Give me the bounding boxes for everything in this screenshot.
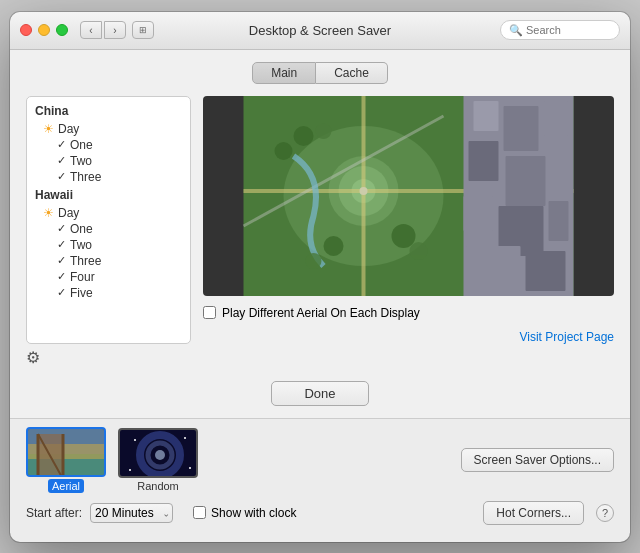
start-after-dropdown-wrapper: 20 Minutes 1 Minute 2 Minutes 5 Minutes … bbox=[90, 503, 173, 523]
checkmark-icon: ✓ bbox=[57, 154, 66, 167]
svg-point-37 bbox=[155, 450, 165, 460]
maximize-button[interactable] bbox=[56, 24, 68, 36]
screen-saver-options-button[interactable]: Screen Saver Options... bbox=[461, 448, 614, 472]
nav-buttons: ‹ › bbox=[80, 21, 126, 39]
svg-point-20 bbox=[294, 126, 314, 146]
minimize-button[interactable] bbox=[38, 24, 50, 36]
play-different-checkbox[interactable] bbox=[203, 306, 216, 319]
svg-rect-17 bbox=[466, 246, 521, 291]
show-clock-row: Show with clock bbox=[193, 506, 296, 520]
list-item[interactable]: ✓ Three bbox=[27, 169, 190, 185]
gear-row: ⚙ bbox=[26, 344, 614, 371]
checkmark-icon: ✓ bbox=[57, 222, 66, 235]
list-item[interactable]: ✓ Two bbox=[27, 153, 190, 169]
svg-rect-12 bbox=[469, 141, 499, 181]
dialog-sheet: Main Cache China ☀ Day ✓ One bbox=[10, 50, 630, 418]
checkmark-icon: ✓ bbox=[57, 270, 66, 283]
sheet-inner: Main Cache China ☀ Day ✓ One bbox=[10, 50, 630, 371]
checkmark-icon: ✓ bbox=[57, 286, 66, 299]
start-after-label: Start after: bbox=[26, 506, 82, 520]
tree-panel[interactable]: China ☀ Day ✓ One ✓ Two ✓ bbox=[26, 96, 191, 344]
hawaii-day-category: ☀ Day bbox=[27, 205, 190, 221]
done-button[interactable]: Done bbox=[271, 381, 368, 406]
ss-random-container: Random bbox=[118, 428, 198, 492]
list-item[interactable]: ✓ Four bbox=[27, 269, 190, 285]
hot-corners-button[interactable]: Hot Corners... bbox=[483, 501, 584, 525]
list-item[interactable]: ✓ One bbox=[27, 221, 190, 237]
aerial-preview bbox=[203, 96, 614, 296]
list-item[interactable]: ✓ Five bbox=[27, 285, 190, 301]
ss-aerial-thumb[interactable] bbox=[26, 427, 106, 477]
controls-row: Start after: 20 Minutes 1 Minute 2 Minut… bbox=[26, 501, 614, 525]
ss-aerial-label: Aerial bbox=[48, 479, 84, 493]
search-input[interactable] bbox=[526, 24, 616, 36]
play-different-option: Play Different Aerial On Each Display bbox=[203, 306, 614, 320]
title-bar: ‹ › ⊞ Desktop & Screen Saver 🔍 bbox=[10, 12, 630, 50]
china-group-label: China bbox=[27, 101, 190, 121]
forward-button[interactable]: › bbox=[104, 21, 126, 39]
show-clock-checkbox[interactable] bbox=[193, 506, 206, 519]
window-title: Desktop & Screen Saver bbox=[249, 23, 391, 38]
svg-rect-13 bbox=[506, 156, 546, 206]
svg-rect-10 bbox=[504, 106, 539, 151]
svg-point-41 bbox=[129, 469, 131, 471]
svg-point-23 bbox=[392, 224, 416, 248]
close-button[interactable] bbox=[20, 24, 32, 36]
ss-aerial-container: Aerial bbox=[26, 427, 106, 493]
ss-random-thumb[interactable] bbox=[118, 428, 198, 478]
visit-project-link[interactable]: Visit Project Page bbox=[203, 330, 614, 344]
sun-icon: ☀ bbox=[43, 206, 54, 220]
svg-point-19 bbox=[360, 187, 368, 195]
traffic-lights bbox=[20, 24, 68, 36]
sheet-columns: China ☀ Day ✓ One ✓ Two ✓ bbox=[26, 96, 614, 344]
sun-icon: ☀ bbox=[43, 122, 54, 136]
tab-cache[interactable]: Cache bbox=[316, 62, 388, 84]
start-after-select[interactable]: 20 Minutes 1 Minute 2 Minutes 5 Minutes … bbox=[90, 503, 173, 523]
grid-button[interactable]: ⊞ bbox=[132, 21, 154, 39]
tab-main[interactable]: Main bbox=[252, 62, 316, 84]
svg-point-25 bbox=[324, 236, 344, 256]
play-different-label: Play Different Aerial On Each Display bbox=[222, 306, 420, 320]
checkmark-icon: ✓ bbox=[57, 254, 66, 267]
search-bar[interactable]: 🔍 bbox=[500, 20, 620, 40]
svg-point-39 bbox=[184, 437, 186, 439]
list-item[interactable]: ✓ One bbox=[27, 137, 190, 153]
bottom-bar: Aerial bbox=[10, 418, 630, 533]
search-icon: 🔍 bbox=[509, 24, 523, 37]
list-item[interactable]: ✓ Two bbox=[27, 237, 190, 253]
screensaver-row: Aerial bbox=[26, 427, 614, 493]
svg-point-22 bbox=[275, 142, 293, 160]
back-button[interactable]: ‹ bbox=[80, 21, 102, 39]
svg-rect-16 bbox=[549, 201, 569, 241]
svg-point-21 bbox=[316, 123, 332, 139]
ss-random-label: Random bbox=[137, 480, 179, 492]
svg-rect-11 bbox=[544, 101, 569, 136]
done-row: Done bbox=[10, 371, 630, 418]
list-item[interactable]: ✓ Three bbox=[27, 253, 190, 269]
help-button[interactable]: ? bbox=[596, 504, 614, 522]
checkmark-icon: ✓ bbox=[57, 238, 66, 251]
hawaii-group-label: Hawaii bbox=[27, 185, 190, 205]
gear-icon[interactable]: ⚙ bbox=[26, 348, 40, 367]
tabs: Main Cache bbox=[26, 62, 614, 84]
svg-point-40 bbox=[189, 467, 191, 469]
svg-rect-14 bbox=[464, 196, 494, 231]
svg-rect-9 bbox=[474, 101, 499, 131]
svg-point-24 bbox=[410, 242, 428, 260]
checkmark-icon: ✓ bbox=[57, 138, 66, 151]
show-clock-label: Show with clock bbox=[211, 506, 296, 520]
main-window: ‹ › ⊞ Desktop & Screen Saver 🔍 Main Cach… bbox=[10, 12, 630, 542]
svg-point-38 bbox=[134, 439, 136, 441]
right-panel: Play Different Aerial On Each Display Vi… bbox=[203, 96, 614, 344]
china-day-category: ☀ Day bbox=[27, 121, 190, 137]
svg-rect-18 bbox=[526, 251, 566, 291]
svg-point-26 bbox=[306, 253, 322, 269]
checkmark-icon: ✓ bbox=[57, 170, 66, 183]
